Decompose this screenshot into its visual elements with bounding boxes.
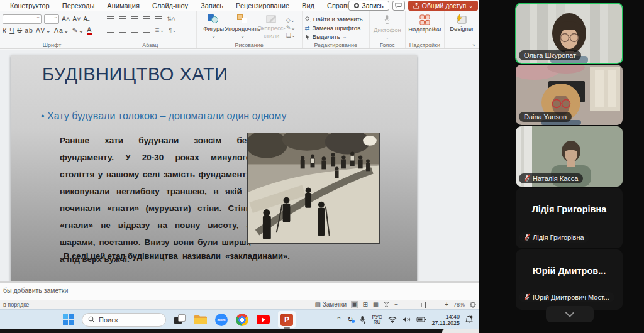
play-icon: [262, 317, 265, 322]
fit-to-window-icon[interactable]: [470, 302, 476, 308]
align-center-icon[interactable]: [119, 28, 126, 33]
slide-photo[interactable]: [247, 133, 380, 244]
language-indicator[interactable]: РУС RU: [372, 315, 382, 325]
font-color-button[interactable]: А: [87, 26, 92, 35]
tray-chevron-up[interactable]: ⌃: [336, 315, 341, 324]
taskbar-clock[interactable]: 14:40 27.11.2025: [432, 314, 460, 326]
slide-body-text[interactable]: Раніше хати будували зовсім без фундамен…: [60, 132, 251, 268]
record-button[interactable]: Запись: [348, 1, 389, 11]
text-direction-button[interactable]: ¶⌄: [169, 27, 176, 33]
addins-label: Надстройки: [408, 26, 441, 33]
change-case-button[interactable]: Aa⌄: [54, 26, 70, 34]
shape-outline-button[interactable]: ✎⌄: [286, 25, 296, 31]
slide[interactable]: БУДІВНИЦТВО ХАТИ • Хату будували толокою…: [11, 55, 417, 281]
tab-animation[interactable]: Анимация: [101, 2, 146, 9]
slide-caption[interactable]: В селі цей етап будівництва називали «за…: [64, 251, 290, 261]
clear-formatting-button[interactable]: A̶: [83, 15, 87, 23]
powerpoint-app-button[interactable]: P: [278, 311, 296, 328]
participant-tile-3[interactable]: Наталія Касса: [516, 126, 623, 187]
font-size-combo[interactable]: [44, 14, 59, 24]
collapse-ribbon-icon[interactable]: ⌄: [472, 40, 477, 47]
addins-button[interactable]: Надстройки: [410, 13, 439, 33]
zoom-level[interactable]: 78%: [453, 302, 465, 308]
participant-tile-5[interactable]: Юрій Дмитров... Юрій Дмитрович Мост...: [516, 249, 623, 310]
reading-view-button[interactable]: ▦: [373, 302, 379, 308]
highlight-color-button[interactable]: ✎⌄: [72, 26, 85, 34]
arrange-icon: [236, 14, 249, 25]
columns-button[interactable]: ≣⌄: [155, 27, 164, 33]
shadow-button[interactable]: ab: [25, 26, 33, 34]
find-replace-button[interactable]: Найти и заменить: [305, 14, 367, 23]
participant-name: Юрій Дмитрович Мост...: [533, 293, 609, 301]
slide-sorter-view-button[interactable]: ⊞: [362, 302, 367, 308]
font-name-combo[interactable]: [3, 14, 42, 24]
comments-button[interactable]: [392, 1, 405, 11]
quick-styles-button[interactable]: Экспресс- стили: [257, 13, 286, 41]
align-right-icon[interactable]: [131, 28, 138, 33]
more-participants-button[interactable]: [546, 306, 594, 322]
slide-title[interactable]: БУДІВНИЦТВО ХАТИ: [42, 64, 228, 85]
taskbar-search[interactable]: Поиск: [82, 313, 166, 327]
participant-tile-1[interactable]: Ольга Шкуропат: [516, 3, 623, 63]
designer-button[interactable]: Designer: [447, 13, 476, 32]
wifi-icon[interactable]: [388, 316, 397, 323]
mic-muted-icon: [524, 175, 530, 182]
notification-bell-icon[interactable]: [465, 315, 473, 324]
replace-fonts-button[interactable]: ⇄ Замена шрифтов: [305, 23, 367, 32]
tab-review[interactable]: Рецензирование: [230, 2, 296, 9]
zoom-app-button[interactable]: zoom: [215, 314, 228, 326]
underline-button[interactable]: Ч: [9, 26, 14, 34]
arrange-button[interactable]: Упорядочить ⌄: [228, 13, 257, 41]
notes-pane[interactable]: бы добавить заметки: [0, 281, 479, 300]
file-explorer-button[interactable]: [194, 314, 207, 325]
tab-view[interactable]: Вид: [296, 2, 321, 9]
tab-transitions[interactable]: Переходы: [56, 2, 101, 9]
youtube-button[interactable]: [257, 315, 270, 324]
sync-icon[interactable]: ↻: [347, 315, 353, 324]
zoom-in-button[interactable]: +: [445, 302, 448, 308]
zoom-slider-thumb[interactable]: [425, 302, 426, 308]
participant-tile-4[interactable]: Лідія Григорівна Лідія Григорівна: [516, 188, 623, 248]
decrease-indent-icon[interactable]: [131, 16, 138, 22]
italic-button[interactable]: К: [3, 26, 7, 34]
shrink-font-button[interactable]: A˅: [72, 15, 80, 23]
line-spacing-icon[interactable]: [155, 16, 162, 22]
bullets-icon[interactable]: [107, 16, 114, 22]
slideshow-button[interactable]: [384, 302, 389, 308]
quick-styles-label-2: стили: [264, 33, 279, 39]
sort-text-button[interactable]: ⇅A: [167, 16, 175, 22]
grow-font-button[interactable]: A˄: [62, 15, 70, 23]
volume-icon[interactable]: [402, 316, 411, 323]
participant-name-label: Наталія Касса: [519, 173, 583, 183]
normal-view-button[interactable]: ▣: [352, 302, 357, 308]
shape-fill-button[interactable]: ◇⌄: [286, 17, 296, 23]
increase-indent-icon[interactable]: [143, 16, 150, 22]
char-spacing-button[interactable]: AV⌄: [36, 26, 52, 34]
start-button[interactable]: [63, 314, 74, 325]
numbering-icon[interactable]: [119, 16, 126, 22]
align-left-icon[interactable]: [107, 28, 114, 33]
strikethrough-button[interactable]: S: [17, 26, 22, 34]
participant-display-name: Юрій Дмитров...: [516, 266, 623, 276]
shapes-button[interactable]: Фигуры ⌄: [199, 13, 228, 41]
tab-record[interactable]: Запись: [194, 2, 230, 9]
select-button[interactable]: Выделить ⌄: [305, 32, 367, 41]
replace-fonts-icon: ⇄: [305, 25, 310, 31]
justify-icon[interactable]: [143, 28, 150, 33]
zoom-slider[interactable]: [403, 302, 440, 308]
arrange-label: Упорядочить: [225, 26, 260, 32]
tab-design[interactable]: Конструктор: [4, 2, 56, 9]
share-button[interactable]: Общий доступ ⌄: [408, 1, 478, 11]
zoom-out-button[interactable]: −: [394, 302, 398, 308]
notes-toggle-button[interactable]: ▤ Заметки: [315, 302, 347, 308]
chevron-down-icon: ⌄: [386, 35, 390, 41]
slide-bullet[interactable]: • Хату будували толокою – допомагали оди…: [41, 111, 286, 122]
dictate-button[interactable]: Диктофон ⌄: [373, 13, 402, 41]
chrome-button[interactable]: [236, 314, 248, 326]
voice-access-icon[interactable]: [359, 315, 367, 324]
task-view-button[interactable]: [174, 314, 186, 325]
battery-icon[interactable]: [416, 316, 426, 323]
shape-effects-button[interactable]: ❑⌄: [286, 32, 296, 38]
participant-tile-2[interactable]: Daina Yanson: [516, 65, 623, 125]
tab-slideshow[interactable]: Слайд-шоу: [146, 2, 194, 9]
